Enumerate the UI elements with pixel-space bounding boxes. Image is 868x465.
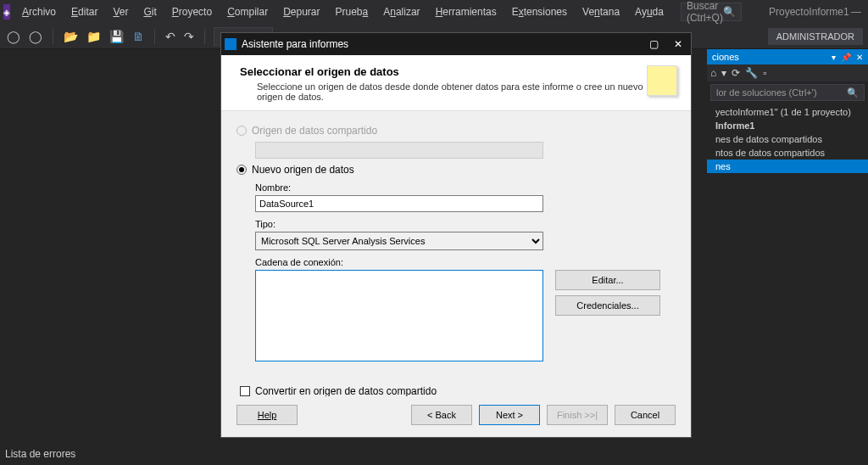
convert-shared-checkbox[interactable]: Convertir en origen de datos compartido (240, 385, 676, 396)
nav-fwd-icon[interactable]: ◯ (27, 28, 44, 45)
solution-explorer-panel: ciones ▾ 📌 ✕ ⌂ ▾ ⟳ 🔧 ▫ lor de soluciones… (707, 49, 868, 185)
name-input[interactable] (255, 195, 543, 212)
menu-depurar[interactable]: Depurar (276, 3, 326, 21)
nav-back-icon[interactable]: ◯ (5, 28, 22, 45)
back-button[interactable]: < Back (411, 405, 472, 425)
type-label: Tipo: (255, 219, 676, 229)
dialog-header-subtitle: Seleccione un origen de datos desde dond… (240, 81, 647, 102)
panel-dropdown-icon[interactable]: ▾ (832, 53, 836, 62)
wrench-icon[interactable]: 🔧 (745, 67, 758, 79)
panel-title: ciones ▾ 📌 ✕ (707, 49, 868, 64)
panel-close-icon[interactable]: ✕ (856, 53, 863, 62)
home-icon[interactable]: ⌂ (710, 67, 716, 79)
menu-ver[interactable]: Ver (106, 3, 135, 21)
admin-badge: ADMINISTRADOR (768, 28, 863, 45)
panel-search-input[interactable]: lor de soluciones (Ctrl+') 🔍 (710, 84, 865, 101)
panel-pin-icon[interactable]: 📌 (841, 53, 851, 62)
connection-textarea[interactable] (255, 270, 543, 361)
tree-item[interactable]: Informe1 (707, 119, 868, 132)
shared-datasource-dropdown (255, 142, 543, 159)
menu-git[interactable]: Git (136, 3, 163, 21)
menu-proyecto[interactable]: Proyecto (165, 3, 219, 21)
solution-tree: yectoInforme1" (1 de 1 proyecto) Informe… (707, 104, 868, 175)
panel-tool2-icon[interactable]: ▫ (763, 67, 766, 79)
name-label: Nombre: (255, 182, 676, 193)
dialog-maximize-icon[interactable]: ▢ (649, 38, 659, 50)
finish-button: Finish >>| (547, 405, 608, 425)
panel-toolbar: ⌂ ▾ ⟳ 🔧 ▫ (707, 64, 868, 81)
search-icon: 🔍 (847, 87, 859, 98)
menubar: ◈ Archivo Editar Ver Git Proyecto Compil… (0, 0, 868, 24)
menu-herramientas[interactable]: Herramientas (429, 3, 504, 21)
new-project-icon[interactable]: 📂 (62, 28, 80, 45)
menu-ayuda[interactable]: Ayuda (628, 3, 670, 21)
dialog-title-icon (225, 38, 236, 50)
report-wizard-dialog: Asistente para informes ▢ ✕ Seleccionar … (220, 32, 692, 438)
menu-archivo[interactable]: Archivo (15, 3, 63, 21)
save-all-icon[interactable]: 🗎 (131, 28, 146, 45)
search-input[interactable]: Buscar (Ctrl+Q) 🔍 (681, 3, 742, 21)
window-controls: — ▢ ✕ (851, 6, 868, 18)
cancel-button[interactable]: Cancel (615, 405, 676, 425)
tree-item-selected[interactable]: nes (707, 160, 868, 173)
connection-label: Cadena de conexión: (255, 257, 676, 267)
dialog-header-title: Seleccionar el origen de datos (240, 65, 647, 78)
redo-icon[interactable]: ↷ (182, 28, 196, 45)
new-datasource-radio[interactable]: Nuevo origen de datos (236, 164, 676, 176)
dialog-close-icon[interactable]: ✕ (674, 38, 682, 50)
type-select[interactable]: Microsoft SQL Server Analysis Services (255, 232, 543, 250)
vs-logo-icon: ◈ (3, 4, 10, 20)
sync-icon[interactable]: ⟳ (732, 67, 740, 79)
project-name-label: ProyectoInforme1 (769, 6, 849, 18)
sticky-note-icon (647, 65, 677, 96)
dialog-titlebar: Asistente para informes ▢ ✕ (221, 33, 691, 55)
panel-tool-icon[interactable]: ▾ (721, 67, 726, 79)
menu-ventana[interactable]: Ventana (576, 3, 626, 21)
dialog-footer: Help < Back Next > Finish >>| Cancel (221, 396, 691, 437)
minimize-icon[interactable]: — (851, 6, 861, 18)
menu-extensiones[interactable]: Extensiones (505, 3, 574, 21)
help-button[interactable]: Help (236, 405, 298, 425)
menu-analizar[interactable]: Analizar (376, 3, 426, 21)
menu-editar[interactable]: Editar (64, 3, 104, 21)
menu-compilar[interactable]: Compilar (220, 3, 275, 21)
tree-item[interactable]: ntos de datos compartidos (707, 146, 868, 160)
tree-item[interactable]: nes de datos compartidos (707, 132, 868, 146)
save-icon[interactable]: 💾 (108, 28, 125, 45)
next-button[interactable]: Next > (479, 405, 540, 425)
search-placeholder: Buscar (Ctrl+Q) (687, 0, 723, 24)
undo-icon[interactable]: ↶ (164, 28, 177, 45)
shared-datasource-radio: Origen de datos compartido (236, 125, 676, 137)
tree-item[interactable]: yectoInforme1" (1 de 1 proyecto) (707, 105, 868, 119)
checkbox-icon (240, 386, 250, 396)
radio-icon (236, 165, 247, 175)
error-list-tab[interactable]: Lista de errores (5, 448, 75, 460)
credentials-button[interactable]: Credenciales... (555, 295, 660, 316)
dialog-header: Seleccionar el origen de datos Seleccion… (221, 55, 691, 111)
dialog-title: Asistente para informes (242, 38, 348, 50)
open-icon[interactable]: 📁 (85, 28, 103, 45)
radio-icon (236, 126, 247, 136)
menu-prueba[interactable]: Prueba (329, 3, 376, 21)
search-icon: 🔍 (723, 6, 736, 18)
dialog-body: Origen de datos compartido Nuevo origen … (221, 111, 691, 396)
edit-button[interactable]: Editar... (555, 270, 660, 290)
